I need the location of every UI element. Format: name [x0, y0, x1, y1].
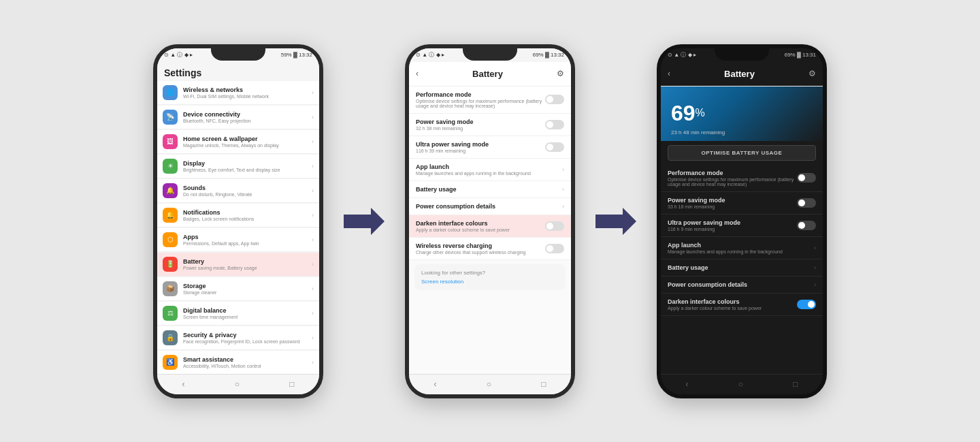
list-item[interactable]: ⚖ Digital balance Screen time management… — [157, 302, 319, 326]
chevron-right-icon: › — [312, 334, 314, 341]
list-item[interactable]: ☀ Display Brightness, Eye comfort, Text … — [157, 155, 319, 178]
smart-icon: ♿ — [163, 355, 178, 370]
chevron-right-icon: › — [312, 138, 314, 145]
status-right-3: 69% ▓ 13:31 — [785, 52, 816, 58]
list-item[interactable]: ♿ Smart assistance Accessibility, HiTouc… — [157, 351, 319, 374]
list-item[interactable]: 📡 Device connectivity Bluetooth, NFC, Ea… — [157, 106, 319, 129]
chevron-right-icon: › — [312, 163, 314, 170]
settings-title: Settings — [164, 67, 201, 78]
chevron-right-icon: › — [312, 236, 314, 243]
battery-hero: 69% 23 h 48 min remaining — [661, 86, 823, 141]
list-item[interactable]: 🌐 Wireless & networks Wi-Fi, Dual SIM se… — [157, 81, 319, 105]
battery-percent-value: 69 — [671, 101, 696, 125]
list-item[interactable]: 🖼 Home screen & wallpaper Magazine unloc… — [157, 130, 319, 154]
chevron-right-icon: › — [312, 261, 314, 268]
apps-icon: ⬡ — [163, 232, 178, 247]
back-nav-btn-3[interactable]: ‹ — [686, 379, 689, 389]
main-scene: ⊙ ▲ ⓘ ◆ ▸ 59% ▓ 13:32 Settings 🌐 Wireles… — [0, 0, 980, 442]
chevron-right-icon: › — [312, 359, 314, 366]
home-nav-btn-2[interactable]: ○ — [487, 379, 491, 389]
notch-1 — [211, 48, 265, 61]
list-item[interactable]: Battery usage › — [661, 259, 823, 277]
screen-3: ⊙ ▲ ⓘ ◆ ▸ 69% ▓ 13:31 ‹ Battery ⚙ 69% 23… — [661, 48, 823, 394]
list-item[interactable]: Power consumption details › — [661, 277, 823, 294]
screen-1: ⊙ ▲ ⓘ ◆ ▸ 59% ▓ 13:32 Settings 🌐 Wireles… — [157, 48, 319, 394]
gear-icon-2[interactable]: ⚙ — [557, 69, 564, 78]
battery-settings-item[interactable]: 🔋 Battery Power saving mode, Battery usa… — [157, 253, 319, 277]
looking-box: Looking for other settings? Screen resol… — [414, 264, 566, 290]
performance-toggle[interactable] — [545, 95, 564, 104]
security-icon: 🔒 — [163, 330, 178, 345]
battery-title-2: Battery — [419, 69, 557, 79]
list-item[interactable]: ⬡ Apps Permissions, Default apps, App tw… — [157, 228, 319, 252]
wireless-reverse-toggle[interactable] — [545, 244, 564, 253]
list-item[interactable]: App launch Manage launches and apps runn… — [661, 237, 823, 259]
list-item[interactable]: 🔒 Security & privacy Face recognition, F… — [157, 326, 319, 350]
homescreen-icon: 🖼 — [163, 134, 178, 149]
looking-title: Looking for other settings? — [421, 270, 559, 276]
chevron-right-icon: › — [312, 310, 314, 317]
power-saving-toggle-dark[interactable] — [797, 198, 816, 208]
recents-nav-btn[interactable]: □ — [289, 379, 294, 389]
display-icon: ☀ — [163, 159, 178, 174]
chevron-right-icon: › — [562, 186, 564, 193]
list-item[interactable]: Wireless reverse charging Charge other d… — [409, 238, 571, 260]
back-nav-btn[interactable]: ‹ — [182, 379, 185, 389]
chevron-right-icon: › — [562, 203, 564, 210]
storage-icon: 📦 — [163, 281, 178, 296]
status-left-2: ⊙ ▲ ⓘ ◆ ▸ — [416, 51, 444, 59]
darken-toggle[interactable] — [545, 221, 564, 231]
dark-battery-list: Performance mode Optimise device setting… — [661, 165, 823, 374]
phone-2: ⊙ ▲ ⓘ ◆ ▸ 69% ▓ 13:32 ‹ Battery ⚙ Perfor… — [405, 44, 575, 398]
list-item[interactable]: App launch Manage launches and apps runn… — [409, 159, 571, 181]
digital-balance-icon: ⚖ — [163, 306, 178, 321]
settings-list: 🌐 Wireless & networks Wi-Fi, Dual SIM se… — [157, 81, 319, 374]
battery-list-2: Performance mode Optimise device setting… — [409, 86, 571, 374]
chevron-right-icon: › — [814, 264, 816, 271]
list-item[interactable]: Performance mode Optimise device setting… — [409, 86, 571, 114]
settings-header: Settings — [157, 62, 319, 81]
list-item[interactable]: Power consumption details › — [409, 198, 571, 215]
darken-interface-dark-item[interactable]: Darken interface colours Apply a darker … — [661, 294, 823, 316]
performance-toggle-dark[interactable] — [797, 173, 816, 183]
phone-3: ⊙ ▲ ⓘ ◆ ▸ 69% ▓ 13:31 ‹ Battery ⚙ 69% 23… — [657, 44, 827, 398]
chevron-right-icon: › — [814, 281, 816, 288]
darken-interface-item[interactable]: Darken interface colours Apply a darker … — [409, 215, 571, 238]
list-item[interactable]: Performance mode Optimise device setting… — [661, 165, 823, 192]
list-item[interactable]: 🔔 Sounds Do not disturb, Ringtone, Vibra… — [157, 179, 319, 203]
chevron-right-icon: › — [312, 285, 314, 292]
list-item[interactable]: 📦 Storage Storage cleaner › — [157, 277, 319, 301]
battery-icon: 🔋 — [163, 257, 178, 272]
darken-toggle-dark[interactable]: .toggle-dark.toggle-dark-on::after { lef… — [797, 300, 816, 309]
battery-percent-sign: % — [696, 107, 705, 119]
notifications-icon: 🔔 — [163, 208, 178, 223]
back-nav-btn-2[interactable]: ‹ — [434, 379, 437, 389]
list-item[interactable]: Ultra power saving mode 116 h 9 min rema… — [661, 215, 823, 237]
status-left-1: ⊙ ▲ ⓘ ◆ ▸ — [164, 51, 193, 59]
status-left-3: ⊙ ▲ ⓘ ◆ ▸ — [668, 51, 696, 59]
list-item[interactable]: Ultra power saving mode 116 h 39 min rem… — [409, 136, 571, 159]
status-right-1: 59% ▓ 13:32 — [281, 52, 312, 58]
home-nav-btn-3[interactable]: ○ — [738, 379, 743, 389]
ultra-power-toggle[interactable] — [545, 142, 564, 152]
arrow-icon-2 — [595, 208, 636, 235]
list-item[interactable]: 🔔 Notifications Badges, Lock screen noti… — [157, 204, 319, 227]
list-item[interactable]: Power saving mode 33 h 18 min remaining — [661, 192, 823, 215]
recents-nav-btn-2[interactable]: □ — [541, 379, 546, 389]
recents-nav-btn-3[interactable]: □ — [793, 379, 798, 389]
gear-icon-3[interactable]: ⚙ — [808, 69, 816, 78]
home-nav-btn[interactable]: ○ — [235, 379, 240, 389]
power-saving-toggle[interactable] — [545, 120, 564, 129]
optimise-battery-button[interactable]: OPTIMISE BATTERY USAGE — [668, 145, 816, 161]
list-item[interactable]: Power saving mode 32 h 38 min remaining — [409, 114, 571, 136]
arrow-icon-1 — [344, 208, 385, 235]
phone-1: ⊙ ▲ ⓘ ◆ ▸ 59% ▓ 13:32 Settings 🌐 Wireles… — [153, 44, 323, 398]
screen-resolution-link[interactable]: Screen resolution — [421, 279, 559, 285]
battery-title-3: Battery — [670, 69, 808, 79]
arrow-2 — [595, 208, 636, 235]
chevron-right-icon: › — [814, 244, 816, 251]
wifi-icon: 🌐 — [163, 85, 178, 100]
ultra-power-toggle-dark[interactable] — [797, 221, 816, 230]
chevron-right-icon: › — [312, 212, 314, 219]
list-item[interactable]: Battery usage › — [409, 181, 571, 198]
